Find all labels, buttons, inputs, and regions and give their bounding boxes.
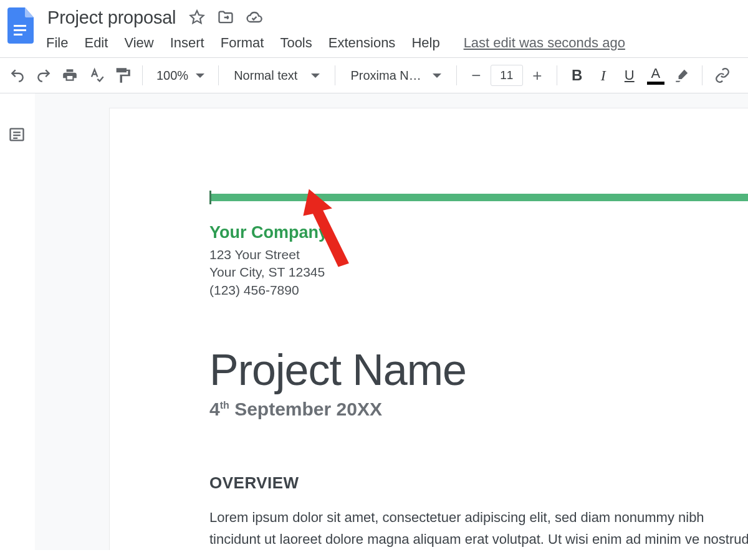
title-row: Project proposal (46, 5, 625, 30)
header-accent-bar (209, 191, 748, 204)
star-icon[interactable] (188, 9, 206, 26)
menu-format[interactable]: Format (221, 35, 264, 51)
docs-logo-icon[interactable] (6, 7, 34, 44)
menu-bar: File Edit View Insert Format Tools Exten… (46, 35, 625, 57)
svg-rect-0 (14, 25, 26, 27)
italic-button[interactable]: I (592, 63, 615, 88)
font-size-decrease-button[interactable]: − (466, 66, 487, 85)
menu-help[interactable]: Help (411, 35, 439, 51)
menu-tools[interactable]: Tools (280, 35, 312, 51)
font-family-dropdown[interactable]: Proxima N… (344, 69, 447, 83)
underline-button[interactable]: U (618, 63, 641, 88)
font-size-control: − + (466, 65, 548, 86)
paint-format-button[interactable] (111, 63, 133, 88)
separator (335, 65, 335, 85)
separator (218, 65, 219, 85)
address-line-2[interactable]: Your City, ST 12345 (209, 263, 748, 281)
separator (702, 65, 702, 85)
caret-down-icon (311, 74, 320, 78)
last-edit-link[interactable]: Last edit was seconds ago (464, 35, 625, 51)
cloud-status-icon[interactable] (246, 9, 263, 26)
font-size-input[interactable] (491, 65, 523, 86)
document-title[interactable]: Project proposal (46, 7, 177, 28)
paragraph-style-dropdown[interactable]: Normal text (228, 69, 326, 83)
section-heading-overview[interactable]: OVERVIEW (209, 473, 748, 493)
move-icon[interactable] (217, 9, 234, 26)
zoom-value: 100% (156, 69, 188, 83)
separator (557, 65, 557, 85)
menu-edit[interactable]: Edit (84, 35, 108, 51)
menu-insert[interactable]: Insert (170, 35, 204, 51)
workspace: Your Company 123 Your Street Your City, … (0, 93, 748, 550)
canvas-area[interactable]: Your Company 123 Your Street Your City, … (35, 93, 748, 550)
font-family-label: Proxima N… (350, 69, 421, 83)
app-header: Project proposal File Edit View Insert F… (0, 0, 748, 57)
document-outline-button[interactable] (8, 126, 27, 145)
caret-down-icon (433, 74, 441, 78)
insert-link-button[interactable] (711, 63, 734, 88)
separator (142, 65, 143, 85)
print-button[interactable] (59, 63, 81, 88)
paragraph-style-label: Normal text (234, 69, 297, 83)
address-line-1[interactable]: 123 Your Street (209, 246, 748, 263)
menu-view[interactable]: View (124, 35, 153, 51)
separator (456, 65, 457, 85)
menu-file[interactable]: File (46, 35, 68, 51)
body-paragraph[interactable]: Lorem ipsum dolor sit amet, consectetuer… (209, 506, 748, 550)
bold-button[interactable]: B (566, 63, 588, 88)
text-color-button[interactable]: A (645, 63, 667, 88)
font-size-increase-button[interactable]: + (527, 66, 548, 85)
document-page[interactable]: Your Company 123 Your Street Your City, … (110, 108, 748, 550)
highlight-color-button[interactable] (671, 63, 693, 88)
zoom-dropdown[interactable]: 100% (151, 69, 209, 83)
project-date[interactable]: 4th September 20XX (209, 399, 748, 420)
project-title[interactable]: Project Name (209, 345, 748, 395)
phone-number[interactable]: (123) 456-7890 (209, 282, 748, 299)
company-name[interactable]: Your Company (209, 223, 748, 242)
toolbar: 100% Normal text Proxima N… − + B I U A (0, 58, 748, 93)
redo-button[interactable] (32, 63, 55, 88)
svg-rect-2 (14, 34, 22, 36)
spellcheck-button[interactable] (85, 63, 107, 88)
undo-button[interactable] (6, 63, 29, 88)
menu-extensions[interactable]: Extensions (328, 35, 396, 51)
caret-down-icon (196, 74, 204, 78)
left-rail (0, 93, 35, 550)
svg-rect-1 (14, 29, 26, 31)
